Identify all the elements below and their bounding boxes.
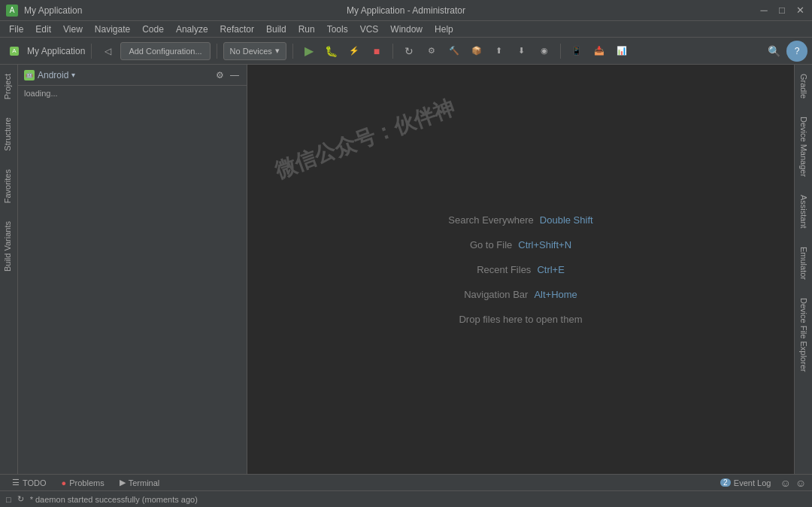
- sync-button[interactable]: ↻: [399, 41, 419, 61]
- run-button[interactable]: ▶: [299, 41, 319, 61]
- bottom-tab-bar: ☰ TODO ● Problems ▶ Terminal 2 Event Log…: [0, 474, 812, 490]
- restore-button[interactable]: □: [776, 5, 788, 17]
- device-manager-tab-label: Device Manager: [799, 117, 808, 177]
- title-bar: A My Application My Application - Admini…: [0, 0, 812, 21]
- hint-navigation-bar: Navigation Bar Alt+Home: [464, 289, 577, 300]
- event-log-label: Event Log: [734, 478, 771, 487]
- hint-search-label: Search Everywhere: [448, 214, 533, 226]
- terminal-label: Terminal: [129, 478, 160, 487]
- app-name-title: My Application: [24, 5, 82, 16]
- hint-goto-file: Go to File Ctrl+Shift+N: [470, 239, 571, 250]
- watermark: 微信公众号：伙伴神: [271, 93, 459, 185]
- hint-goto-label: Go to File: [470, 239, 512, 250]
- device-file-explorer-tab-label: Device File Explorer: [799, 298, 808, 372]
- sidebar-item-build-variants[interactable]: Build Variants: [0, 212, 17, 281]
- loading-text: loading...: [24, 89, 58, 98]
- sidebar-item-favorites[interactable]: Favorites: [0, 160, 17, 212]
- tab-device-file-explorer[interactable]: Device File Explorer: [796, 289, 811, 381]
- app-icon: A: [6, 5, 18, 17]
- toolbar-btn-7[interactable]: ◉: [535, 41, 554, 61]
- device-label: No Devices: [230, 47, 272, 56]
- no-devices-button[interactable]: No Devices ▾: [223, 42, 286, 60]
- menu-window[interactable]: Window: [384, 21, 429, 38]
- structure-tab-label: Structure: [3, 117, 12, 151]
- status-message: * daemon started successfully (moments a…: [30, 495, 198, 504]
- smiley-2: ☺: [795, 477, 806, 489]
- event-log-badge: 2: [720, 478, 731, 487]
- favorites-tab-label: Favorites: [3, 169, 12, 203]
- build-button[interactable]: ⚙: [422, 41, 441, 61]
- menu-bar: File Edit View Navigate Code Analyze Ref…: [0, 21, 812, 38]
- menu-build[interactable]: Build: [260, 21, 292, 38]
- settings-button[interactable]: ?: [786, 41, 807, 62]
- toolbar-separator-4: [392, 44, 393, 59]
- toolbar-separator-2: [217, 44, 217, 59]
- menu-refactor[interactable]: Refactor: [214, 21, 260, 38]
- sidebar-android-label: Android: [38, 70, 68, 80]
- add-config-label: Add Configuration...: [129, 47, 201, 56]
- gradle-tab-label: Gradle: [799, 74, 808, 99]
- sidebar-item-project[interactable]: Project: [0, 65, 17, 108]
- tab-todo[interactable]: ☰ TODO: [6, 475, 53, 491]
- sidebar-panel: 🤖 Android ▾ ⚙ — loading...: [18, 65, 247, 474]
- menu-help[interactable]: Help: [429, 21, 459, 38]
- toolbar-separator-1: [91, 44, 92, 59]
- sidebar-close-button[interactable]: —: [229, 69, 241, 81]
- sidebar-item-structure[interactable]: Structure: [0, 108, 17, 160]
- hint-recent-label: Recent Files: [477, 264, 531, 275]
- hint-goto-shortcut: Ctrl+Shift+N: [518, 239, 571, 250]
- title-bar-left: A My Application: [6, 5, 82, 17]
- minimize-button[interactable]: ─: [758, 5, 770, 17]
- build-variants-tab-label: Build Variants: [3, 221, 12, 272]
- tab-problems[interactable]: ● Problems: [56, 475, 111, 491]
- menu-analyze[interactable]: Analyze: [170, 21, 214, 38]
- menu-edit[interactable]: Edit: [29, 21, 57, 38]
- tab-device-manager[interactable]: Device Manager: [796, 108, 811, 186]
- sidebar-settings-button[interactable]: ⚙: [214, 69, 226, 81]
- tab-assistant[interactable]: Assistant: [796, 186, 811, 238]
- assistant-tab-label: Assistant: [799, 195, 808, 229]
- add-configuration-button[interactable]: Add Configuration...: [120, 42, 210, 60]
- toolbar-separator-3: [292, 44, 293, 59]
- deploy-button[interactable]: 📦: [467, 41, 486, 61]
- menu-view[interactable]: View: [57, 21, 89, 38]
- menu-tools[interactable]: Tools: [321, 21, 354, 38]
- tab-event-log[interactable]: 2 Event Log: [714, 475, 777, 491]
- device-chevron-icon: ▾: [275, 46, 280, 56]
- menu-file[interactable]: File: [3, 21, 29, 38]
- toolbar-right: 🔍 ?: [764, 41, 807, 62]
- hint-search-everywhere: Search Everywhere Double Shift: [448, 214, 592, 226]
- rebuild-button[interactable]: 🔨: [444, 41, 464, 61]
- tab-gradle[interactable]: Gradle: [796, 65, 811, 108]
- menu-run[interactable]: Run: [292, 21, 321, 38]
- hint-nav-shortcut: Alt+Home: [534, 289, 577, 300]
- tab-terminal[interactable]: ▶ Terminal: [114, 475, 166, 491]
- menu-navigate[interactable]: Navigate: [89, 21, 136, 38]
- profiler-button[interactable]: 📊: [612, 41, 632, 61]
- attach-button[interactable]: ⚡: [344, 41, 364, 61]
- menu-vcs[interactable]: VCS: [354, 21, 385, 38]
- toolbar-back-button[interactable]: ◁: [98, 41, 117, 61]
- close-button[interactable]: ✕: [794, 5, 806, 17]
- toolbar-btn-5[interactable]: ⬆: [489, 41, 509, 61]
- title-bar-controls: ─ □ ✕: [758, 5, 806, 17]
- hint-recent-shortcut: Ctrl+E: [537, 264, 564, 275]
- tab-emulator[interactable]: Emulator: [796, 238, 811, 289]
- status-check-icon: □: [6, 495, 11, 504]
- search-everywhere-button[interactable]: 🔍: [764, 41, 783, 61]
- title-bar-center-text: My Application - Administrator: [347, 5, 465, 16]
- editor-area[interactable]: 微信公众号：伙伴神 Search Everywhere Double Shift…: [247, 65, 794, 474]
- avd-manager-button[interactable]: 📱: [567, 41, 586, 61]
- drop-hint: Drop files here to open them: [459, 314, 582, 325]
- toolbar-app-name: My Application: [27, 46, 85, 56]
- toolbar: A My Application ◁ Add Configuration... …: [0, 38, 812, 65]
- sidebar-header-controls: ⚙ —: [214, 69, 241, 81]
- menu-code[interactable]: Code: [136, 21, 170, 38]
- hint-search-shortcut: Double Shift: [540, 214, 593, 226]
- sdk-manager-button[interactable]: 📥: [589, 41, 609, 61]
- hint-recent-files: Recent Files Ctrl+E: [477, 264, 565, 275]
- debug-button[interactable]: 🐛: [322, 41, 341, 61]
- toolbar-btn-6[interactable]: ⬇: [512, 41, 532, 61]
- problems-icon: ●: [62, 478, 67, 487]
- stop-button[interactable]: ■: [367, 41, 386, 61]
